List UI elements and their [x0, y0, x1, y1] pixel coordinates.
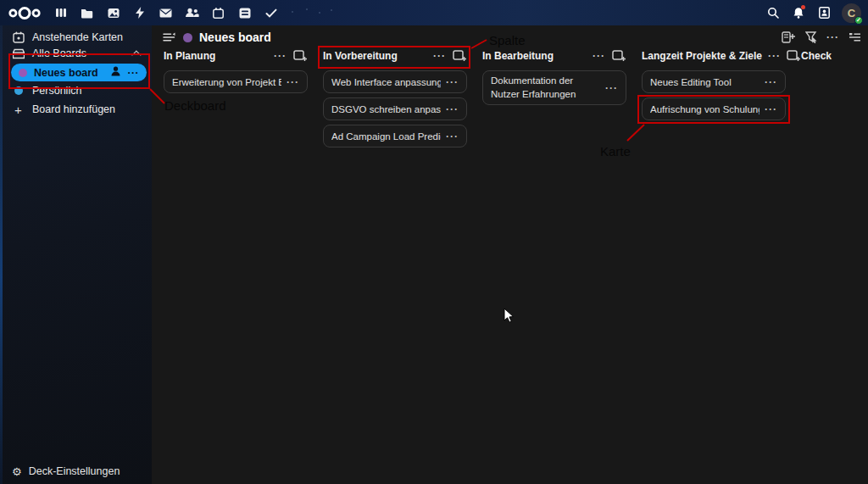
photos-icon[interactable] [100, 0, 126, 25]
card[interactable]: DSGVO schreiben anpassen ··· [323, 97, 467, 120]
activity-icon[interactable] [126, 0, 153, 25]
add-board-label: Board hinzufügen [32, 103, 115, 115]
card-more-icon[interactable]: ··· [287, 78, 299, 86]
topbar-right: C ✓ [762, 0, 868, 25]
card-title: Neues Editing Tool [650, 77, 732, 87]
nextcloud-logo[interactable] [8, 5, 42, 21]
board-label: Neues board [34, 67, 98, 79]
column-title: Check [801, 50, 832, 62]
column-more-icon[interactable]: ··· [768, 52, 781, 60]
contacts-menu-icon[interactable] [813, 0, 835, 25]
board-body: In Planung ··· Erweiterung von Projekt B… [164, 49, 868, 484]
card-more-icon[interactable]: ··· [446, 105, 459, 114]
plus-icon: + [12, 103, 25, 117]
card-title: Ad Campaign Load Prediction [331, 131, 441, 142]
avatar-initial: C [848, 7, 855, 19]
add-card-icon[interactable] [611, 49, 626, 64]
gear-icon: ⚙ [12, 465, 22, 478]
deck-icon[interactable] [231, 0, 258, 25]
column-in-planung: In Planung ··· Erweiterung von Projekt B… [164, 49, 308, 484]
board-title: Neues board [199, 31, 271, 44]
column-more-icon[interactable]: ··· [593, 52, 605, 60]
column-in-bearbeitung: In Bearbeitung ··· Dokumentation der Nut… [482, 49, 626, 484]
files-icon[interactable] [74, 0, 100, 25]
board-color-dot [183, 33, 192, 42]
card-title: DSGVO schreiben anpassen [331, 104, 441, 114]
card[interactable]: Dokumentation der Nutzer Erfahrungen ··· [482, 70, 626, 105]
sidebar-item-label: Anstehende Karten [32, 31, 123, 43]
mail-icon[interactable] [153, 0, 179, 25]
deck-settings-button[interactable]: ⚙ Deck-Einstellungen [5, 464, 120, 479]
add-list-icon[interactable] [781, 30, 796, 45]
column-more-icon[interactable]: ··· [433, 52, 446, 60]
board-label: Persönlich [32, 85, 81, 97]
upcoming-cards-icon [12, 31, 25, 43]
avatar[interactable]: C ✓ [842, 3, 861, 23]
contacts-icon[interactable] [179, 0, 205, 25]
column-in-vorbereitung: In Vorbereitung ··· Web Interface anpass… [323, 49, 467, 484]
topbar: C ✓ [0, 0, 868, 25]
share-member-icon[interactable] [110, 66, 121, 79]
column-title: Langzeit Projekte & Ziele [642, 50, 762, 62]
column-more-icon[interactable]: ··· [274, 52, 287, 60]
card-more-icon[interactable]: ··· [446, 132, 459, 141]
card-title: Aufrischung von Schulungen [650, 104, 760, 114]
board-details-icon[interactable] [847, 30, 862, 45]
add-board-button[interactable]: + Board hinzufügen [5, 102, 147, 117]
card-more-icon[interactable]: ··· [765, 78, 777, 86]
card[interactable]: Aufrischung von Schulungen ··· [642, 97, 786, 120]
filter-icon[interactable] [804, 30, 819, 45]
deck-settings-label: Deck-Einstellungen [29, 465, 120, 477]
notifications-bell-icon[interactable] [787, 0, 810, 25]
board-actions: ··· [781, 30, 868, 45]
all-boards-icon [12, 48, 25, 59]
board-header: Neues board ··· [152, 25, 868, 49]
card[interactable]: Erweiterung von Projekt B ··· [164, 70, 308, 93]
column-langzeit-projekte: Langzeit Projekte & Ziele ··· Neues Edit… [642, 49, 786, 484]
board-more-icon[interactable]: ··· [826, 33, 839, 42]
board-more-icon[interactable]: ··· [128, 67, 140, 79]
column-title: In Bearbeitung [482, 50, 554, 62]
card-title: Dokumentation der Nutzer Erfahrungen [491, 75, 600, 101]
sidebar-board-persoenlich[interactable]: Persönlich [5, 83, 147, 98]
card[interactable]: Ad Campaign Load Prediction ··· [323, 125, 467, 147]
calendar-icon[interactable] [205, 0, 231, 25]
status-online-badge: ✓ [854, 16, 863, 25]
add-card-icon[interactable] [452, 49, 467, 64]
sidebar-item-upcoming-cards[interactable]: Anstehende Karten [5, 30, 147, 45]
background-stars [280, 0, 381, 25]
board-color-dot [14, 86, 23, 95]
column-title: In Planung [164, 50, 215, 62]
sidebar-board-neues-board[interactable]: Neues board ··· [11, 64, 147, 81]
board-color-dot [19, 69, 27, 77]
chevron-up-icon[interactable] [131, 50, 141, 59]
sidebar-item-label: Alle Boards [32, 47, 86, 59]
card[interactable]: Web Interface anpassung ··· [323, 70, 467, 93]
app-menu [47, 0, 284, 25]
column-check: Check [801, 49, 868, 484]
card-more-icon[interactable]: ··· [446, 78, 459, 86]
sidebar-item-all-boards[interactable]: Alle Boards [5, 46, 147, 61]
notification-dot [801, 5, 805, 9]
toggle-sidebar-icon[interactable] [161, 30, 176, 45]
search-icon[interactable] [762, 0, 784, 25]
add-card-icon[interactable] [292, 49, 308, 64]
card-more-icon[interactable]: ··· [605, 84, 618, 92]
dashboard-icon[interactable] [47, 0, 74, 25]
sidebar: Anstehende Karten Alle Boards Neues boar… [0, 25, 152, 484]
add-card-icon[interactable] [787, 49, 800, 64]
column-title: In Vorbereitung [323, 50, 398, 62]
card-title: Erweiterung von Projekt B [172, 77, 281, 87]
card[interactable]: Neues Editing Tool ··· [642, 70, 786, 93]
card-title: Web Interface anpassung [331, 77, 441, 87]
card-more-icon[interactable]: ··· [765, 105, 777, 114]
